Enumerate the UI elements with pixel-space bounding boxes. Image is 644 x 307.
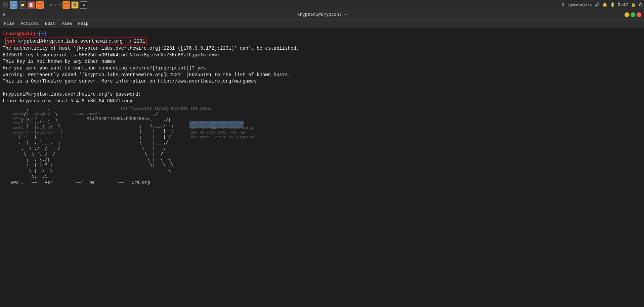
prompt-user: (root㉿kali) bbox=[3, 31, 36, 38]
title-bar: ▣ krypton1@krypton: ~ bbox=[0, 10, 644, 19]
cmd-port: 2231 bbox=[134, 39, 145, 44]
lock-icon: 🔒 bbox=[631, 2, 636, 7]
output-line-2: ED25519 key fingerprint is SHA256:xOMImN… bbox=[3, 52, 641, 59]
monitor-icon: 🖥 bbox=[561, 2, 565, 7]
workspace-3[interactable]: 3 bbox=[53, 3, 57, 7]
menu-view[interactable]: View bbox=[59, 20, 75, 27]
battery-icon: 🔋 bbox=[610, 2, 615, 7]
password-highlight bbox=[189, 121, 243, 128]
output-line-5: Warning: Permanently added '[krypton.lab… bbox=[3, 72, 641, 79]
maximize-button[interactable] bbox=[631, 12, 635, 17]
notes-icon[interactable]: 📓 bbox=[71, 1, 79, 9]
command-highlight-box: ssh krypton1@krypton.labs.overthewire.or… bbox=[5, 38, 146, 46]
workspace-1[interactable]: 1 bbox=[45, 3, 49, 7]
terminal-app-icon[interactable]: ⬛ bbox=[1, 1, 9, 9]
desktop-icon[interactable]: 🖥 bbox=[10, 1, 17, 9]
terminal-window: ▣ krypton1@krypton: ~ File Actions Edit … bbox=[0, 10, 644, 307]
workspace-4[interactable]: 4 bbox=[58, 3, 61, 7]
output-line-6: This is a OverTheWire game server. More … bbox=[3, 78, 641, 85]
taskbar-right: 🖥 (genmon)XXX 🔊 🔔 🔋 2:47 🔒 ⏻ bbox=[561, 2, 643, 7]
files-icon[interactable]: 📁 bbox=[19, 1, 26, 9]
firefox-icon2[interactable]: 🦊 bbox=[62, 1, 70, 9]
taskbar-left: ⬛ 🖥 📁 📝 🦊 1 2 3 4 🦊 📓 ▣ bbox=[1, 1, 561, 9]
output-line-9: Linux krypton.otw.local 5.4.8 x86_64 GNU… bbox=[3, 98, 641, 105]
window-controls bbox=[625, 12, 641, 17]
power-icon: ⏻ bbox=[639, 2, 643, 7]
output-line-1: The authenticity of host '[krypton.labs.… bbox=[3, 45, 641, 52]
terminal-content[interactable]: (root㉿kali) - [~] ssh krypton1@krypton.l… bbox=[0, 28, 644, 307]
clock: 2:47 bbox=[618, 2, 628, 7]
workspace-nums: 1 2 3 4 bbox=[45, 3, 61, 7]
ascii-art-section: The following string encodes the passw L… bbox=[3, 106, 641, 185]
cmd-flag: -p bbox=[125, 39, 131, 44]
command-line: ssh krypton1@krypton.labs.overthewire.or… bbox=[3, 38, 641, 46]
menu-edit[interactable]: Edit bbox=[42, 20, 58, 27]
editor-icon[interactable]: 📝 bbox=[28, 1, 35, 9]
terminal2-icon[interactable]: ▣ bbox=[80, 1, 87, 9]
cmd-ssh: ssh bbox=[7, 39, 15, 44]
workspace-2[interactable]: 2 bbox=[49, 3, 53, 7]
prompt-line: (root㉿kali) - [~] bbox=[3, 31, 641, 38]
output-line-4: Are you sure you want to continue connec… bbox=[3, 65, 641, 72]
menu-bar: File Actions Edit View Help bbox=[0, 19, 644, 28]
user-label: (genmon)XXX bbox=[567, 3, 592, 7]
volume-icon: 🔊 bbox=[595, 2, 600, 7]
output-line-7 bbox=[3, 85, 641, 92]
ascii-art: ,____ .. ,____. / / \ ,/ . | / et , . \_… bbox=[3, 106, 641, 185]
firefox-icon[interactable]: 🦊 bbox=[36, 1, 44, 9]
output-line-3: This key is not known by any other names bbox=[3, 58, 641, 65]
minimize-button[interactable] bbox=[625, 12, 629, 17]
menu-file[interactable]: File bbox=[1, 20, 17, 27]
menu-actions[interactable]: Actions bbox=[18, 20, 42, 27]
terminal-title-icon: ▣ bbox=[3, 12, 8, 17]
prompt-dir: [~] bbox=[38, 31, 47, 38]
window-title: krypton1@krypton: ~ bbox=[297, 12, 347, 17]
taskbar: ⬛ 🖥 📁 📝 🦊 1 2 3 4 🦊 📓 ▣ 🖥 (genmon)XXX 🔊 … bbox=[0, 0, 644, 10]
prompt-dash: - bbox=[36, 31, 38, 38]
close-button[interactable] bbox=[637, 12, 641, 17]
cmd-target: krypton1@krypton.labs.overthewire.org bbox=[18, 39, 123, 44]
title-bar-left: ▣ bbox=[3, 12, 8, 17]
menu-help[interactable]: Help bbox=[75, 20, 91, 27]
prompt-hash bbox=[3, 38, 5, 45]
output-line-8: krypton1@krypton.labs.overthewire.org's … bbox=[3, 91, 641, 98]
bell-icon: 🔔 bbox=[602, 2, 607, 7]
